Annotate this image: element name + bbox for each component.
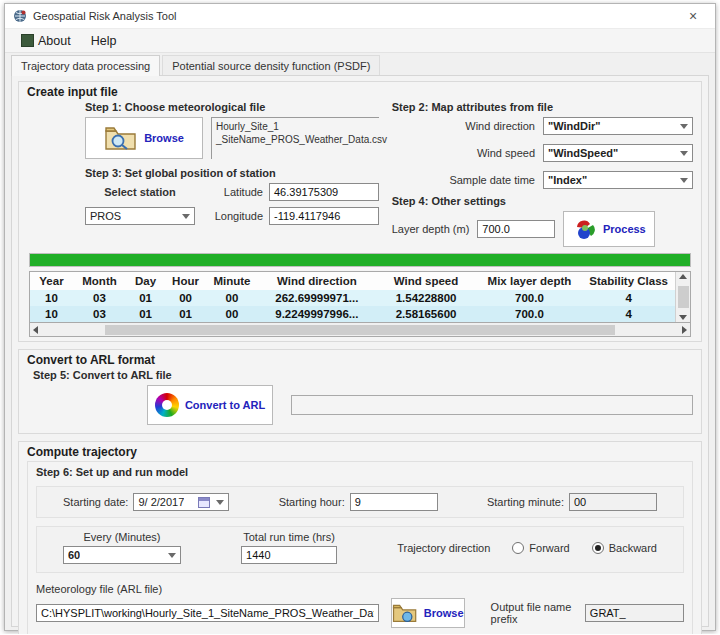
process-progress-bar xyxy=(29,253,691,267)
step6-group: Step 6: Set up and run model Starting da… xyxy=(27,461,693,634)
met-file-label: Meteorology file (ARL file) xyxy=(36,583,684,595)
chevron-down-icon xyxy=(680,124,688,129)
chevron-down-icon xyxy=(216,500,224,505)
tab-trajectory-data-processing[interactable]: Trajectory data processing xyxy=(11,55,160,76)
vertical-scroll-thumb[interactable] xyxy=(678,286,689,308)
app-window: Geospatial Risk Analysis Tool × About He… xyxy=(4,3,716,631)
browse-arl-file-button[interactable]: Browse xyxy=(391,598,465,628)
radio-unchecked-icon xyxy=(512,542,524,554)
browse-label: Browse xyxy=(144,132,184,144)
total-run-time-label: Total run time (hrs) xyxy=(241,531,337,543)
table-row[interactable]: 10 03 01 01 00 9.2249997996... 2.5816560… xyxy=(30,306,675,322)
total-run-time-field[interactable]: 1440 xyxy=(241,546,337,564)
sample-date-time-label: Sample date time xyxy=(449,174,535,186)
starting-date-picker[interactable]: 9/ 2/2017 xyxy=(133,493,229,511)
scroll-up-icon[interactable] xyxy=(679,274,687,279)
table-row[interactable]: 10 03 01 00 00 262.69999971... 1.5422880… xyxy=(30,290,675,306)
file-name-line2: _SiteName_PROS_Weather_Data.csv xyxy=(216,133,375,146)
convert-arl-group: Convert to ARL format Step 5: Convert to… xyxy=(18,349,702,434)
about-icon xyxy=(21,34,34,47)
window-title: Geospatial Risk Analysis Tool xyxy=(33,10,673,22)
wind-direction-select[interactable]: "WindDir" xyxy=(543,117,693,135)
step2-title: Step 2: Map attributes from file xyxy=(392,101,693,113)
scroll-down-icon[interactable] xyxy=(679,315,687,320)
met-file-input[interactable] xyxy=(36,604,379,622)
scroll-right-icon[interactable] xyxy=(682,326,687,334)
table-header-row: Year Month Day Hour Minute Wind directio… xyxy=(30,272,675,290)
longitude-field[interactable]: -119.4117946 xyxy=(269,207,379,225)
folder-search-icon xyxy=(104,125,138,151)
menu-help[interactable]: Help xyxy=(83,32,125,50)
backward-radio[interactable]: Backward xyxy=(592,542,657,554)
file-name-line1: Hourly_Site_1 xyxy=(216,120,375,133)
horizontal-scroll-thumb[interactable] xyxy=(105,325,615,335)
convert-to-arl-button[interactable]: Convert to ARL xyxy=(147,385,273,425)
create-input-group: Create input file Step 1: Choose meteoro… xyxy=(18,81,702,342)
compute-trajectory-group: Compute trajectory Step 6: Set up and ru… xyxy=(18,441,702,634)
process-button[interactable]: Process xyxy=(563,211,655,247)
wind-speed-label: Wind speed xyxy=(477,147,535,159)
browse-arl-label: Browse xyxy=(424,607,464,619)
convert-progress-bar xyxy=(291,395,693,415)
scroll-left-icon[interactable] xyxy=(33,326,38,334)
output-prefix-field[interactable]: GRAT_ xyxy=(585,604,684,622)
latitude-field[interactable]: 46.39175309 xyxy=(269,183,379,201)
step4-title: Step 4: Other settings xyxy=(392,195,693,207)
starting-hour-label: Starting hour: xyxy=(279,496,345,508)
longitude-label: Longitude xyxy=(201,210,263,222)
forward-radio[interactable]: Forward xyxy=(512,542,569,554)
folder-open-icon xyxy=(392,603,418,623)
layer-depth-label: Layer depth (m) xyxy=(392,223,470,235)
chevron-down-icon xyxy=(680,178,688,183)
chevron-down-icon xyxy=(182,214,190,219)
wind-speed-select[interactable]: "WindSpeed" xyxy=(543,144,693,162)
tab-page: Create input file Step 1: Choose meteoro… xyxy=(11,75,709,627)
layer-depth-field[interactable]: 700.0 xyxy=(477,220,555,238)
radio-checked-icon xyxy=(592,542,604,554)
step6-title: Step 6: Set up and run model xyxy=(36,466,684,478)
output-prefix-label: Output file name prefix xyxy=(491,601,573,625)
weather-data-table-wrap: Year Month Day Hour Minute Wind directio… xyxy=(29,271,691,323)
start-settings-panel: Starting date: 9/ 2/2017 Starting hour: … xyxy=(36,486,684,518)
step5-title: Step 5: Convert to ARL file xyxy=(33,369,693,381)
process-label: Process xyxy=(603,223,646,235)
title-bar: Geospatial Risk Analysis Tool × xyxy=(5,4,715,29)
menu-about[interactable]: About xyxy=(13,32,79,50)
browse-meteorological-file-button[interactable]: Browse xyxy=(85,117,203,159)
every-minutes-select[interactable]: 60 xyxy=(63,546,181,564)
wind-direction-label: Wind direction xyxy=(465,120,535,132)
latitude-label: Latitude xyxy=(201,186,263,198)
starting-minute-field[interactable]: 00 xyxy=(569,493,657,511)
starting-minute-label: Starting minute: xyxy=(487,496,564,508)
close-button[interactable]: × xyxy=(679,5,707,27)
every-minutes-label: Every (Minutes) xyxy=(63,531,181,543)
menu-bar: About Help xyxy=(5,29,715,53)
sample-date-time-select[interactable]: "Index" xyxy=(543,171,693,189)
convert-to-arl-label: Convert to ARL xyxy=(185,399,265,411)
table-vertical-scrollbar[interactable] xyxy=(675,272,690,322)
compute-trajectory-title: Compute trajectory xyxy=(27,445,693,459)
starting-hour-field[interactable]: 9 xyxy=(350,493,438,511)
tab-strip: Trajectory data processing Potential sou… xyxy=(5,53,715,75)
step3-title: Step 3: Set global position of station xyxy=(85,167,382,179)
process-pinwheel-icon xyxy=(573,217,597,241)
chevron-down-icon xyxy=(168,553,176,558)
process-progress-fill xyxy=(30,254,690,266)
calendar-icon xyxy=(198,497,210,508)
station-select[interactable]: PROS xyxy=(85,207,195,225)
select-station-label: Select station xyxy=(85,186,195,198)
create-input-title: Create input file xyxy=(27,85,693,99)
met-file-row: Meteorology file (ARL file) Browse Outpu… xyxy=(36,583,684,628)
rainbow-ring-icon xyxy=(155,393,179,417)
convert-arl-title: Convert to ARL format xyxy=(27,353,693,367)
tab-psdf[interactable]: Potential source density function (PSDF) xyxy=(162,55,380,75)
weather-data-table: Year Month Day Hour Minute Wind directio… xyxy=(30,272,675,322)
app-icon xyxy=(13,9,27,23)
starting-date-label: Starting date: xyxy=(63,496,128,508)
chevron-down-icon xyxy=(680,151,688,156)
table-horizontal-scrollbar[interactable] xyxy=(29,323,691,337)
run-settings-panel: Every (Minutes) 60 Total run time (hrs) … xyxy=(36,526,684,573)
trajectory-direction-label: Trajectory direction xyxy=(397,542,490,554)
chosen-file-display: Hourly_Site_1 _SiteName_PROS_Weather_Dat… xyxy=(211,117,379,159)
step1-title: Step 1: Choose meteorological file xyxy=(85,101,382,113)
